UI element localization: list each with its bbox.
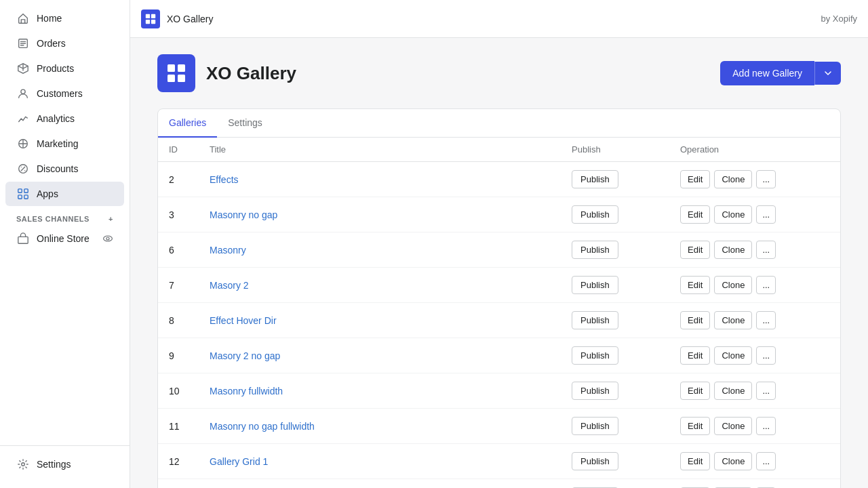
more-button[interactable]: ... <box>756 452 776 470</box>
cell-id: 10 <box>169 386 210 396</box>
page-header-left: XO Gallery <box>157 54 296 92</box>
cell-id: 12 <box>169 456 210 467</box>
edit-button[interactable]: Edit <box>680 417 710 435</box>
more-button[interactable]: ... <box>756 276 776 294</box>
clone-button[interactable]: Clone <box>714 311 752 329</box>
publish-button[interactable]: Publish <box>572 276 618 294</box>
sidebar-item-home[interactable]: Home <box>5 6 124 30</box>
gallery-link[interactable]: Masonry fullwidth <box>210 386 283 396</box>
edit-button[interactable]: Edit <box>680 205 710 224</box>
more-button[interactable]: ... <box>756 382 776 400</box>
settings-icon <box>16 458 30 471</box>
sidebar-item-marketing[interactable]: Marketing <box>5 131 124 156</box>
sidebar-item-analytics[interactable]: Analytics <box>5 106 124 131</box>
edit-button[interactable]: Edit <box>680 311 710 329</box>
cell-operations: Edit Clone ... <box>680 311 829 329</box>
clone-button[interactable]: Clone <box>714 241 752 259</box>
publish-button[interactable]: Publish <box>572 382 618 400</box>
cell-publish: Publish <box>572 241 680 259</box>
cell-title: Masory 2 <box>210 280 572 291</box>
sidebar-item-orders[interactable]: Orders <box>5 31 124 56</box>
edit-button[interactable]: Edit <box>680 382 710 400</box>
more-button[interactable]: ... <box>756 170 776 188</box>
cell-title: Effect Hover Dir <box>210 315 572 326</box>
gallery-link[interactable]: Masory 2 no gap <box>210 350 280 361</box>
gallery-link[interactable]: Effect Hover Dir <box>210 315 277 326</box>
more-button[interactable]: ... <box>756 311 776 329</box>
col-operation: Operation <box>680 144 829 155</box>
clone-button[interactable]: Clone <box>714 205 752 224</box>
gallery-link[interactable]: Effects <box>210 174 239 185</box>
tab-galleries[interactable]: Galleries <box>158 109 217 138</box>
gallery-link[interactable]: Masonry no gap fullwidth <box>210 421 315 432</box>
publish-button[interactable]: Publish <box>572 241 618 259</box>
sidebar-item-products[interactable]: Products <box>5 56 124 81</box>
col-title: Title <box>210 144 572 155</box>
edit-button[interactable]: Edit <box>680 276 710 294</box>
gallery-link[interactable]: Masory 2 <box>210 280 249 291</box>
cell-operations: Edit Clone ... <box>680 382 829 400</box>
customers-icon <box>16 87 30 100</box>
sidebar-item-settings[interactable]: Settings <box>5 452 124 476</box>
publish-button[interactable]: Publish <box>572 452 618 470</box>
add-new-gallery-button[interactable]: Add new Gallery <box>720 61 814 85</box>
svg-rect-12 <box>146 14 150 18</box>
cell-title: Masonry <box>210 245 572 256</box>
svg-rect-14 <box>146 19 150 23</box>
discounts-icon <box>16 162 30 176</box>
table-row: 3 Masonry no gap Publish Edit Clone ... <box>158 197 840 232</box>
publish-button[interactable]: Publish <box>572 170 618 188</box>
publish-button[interactable]: Publish <box>572 417 618 435</box>
table-row: 8 Effect Hover Dir Publish Edit Clone ..… <box>158 303 840 338</box>
tab-settings[interactable]: Settings <box>217 109 273 138</box>
cell-publish: Publish <box>572 205 680 224</box>
publish-button[interactable]: Publish <box>572 311 618 329</box>
main-content: XO Gallery by Xopify XO Gallery Add new … <box>130 0 868 488</box>
edit-button[interactable]: Edit <box>680 241 710 259</box>
gallery-link[interactable]: Gallery Grid 1 <box>210 456 268 467</box>
svg-rect-4 <box>18 189 22 192</box>
gallery-link[interactable]: Masonry no gap <box>210 209 277 220</box>
more-button[interactable]: ... <box>756 241 776 259</box>
eye-icon[interactable] <box>102 233 113 244</box>
gallery-link[interactable]: Masonry <box>210 245 246 256</box>
clone-button[interactable]: Clone <box>714 452 752 470</box>
cell-publish: Publish <box>572 170 680 188</box>
svg-rect-8 <box>18 237 28 243</box>
edit-button[interactable]: Edit <box>680 170 710 188</box>
edit-button[interactable]: Edit <box>680 452 710 470</box>
cell-operations: Edit Clone ... <box>680 205 829 224</box>
sidebar-label-customers: Customers <box>37 88 83 99</box>
cell-operations: Edit Clone ... <box>680 346 829 365</box>
clone-button[interactable]: Clone <box>714 346 752 365</box>
analytics-icon <box>16 112 30 125</box>
sidebar-item-apps[interactable]: Apps <box>5 182 124 206</box>
add-sales-channel-icon[interactable]: + <box>108 215 113 223</box>
svg-rect-13 <box>151 14 155 18</box>
cell-id: 11 <box>169 421 210 432</box>
edit-button[interactable]: Edit <box>680 346 710 365</box>
publish-button[interactable]: Publish <box>572 346 618 365</box>
cell-operations: Edit Clone ... <box>680 452 829 470</box>
sidebar-item-online-store[interactable]: Online Store <box>5 226 124 251</box>
clone-button[interactable]: Clone <box>714 417 752 435</box>
more-button[interactable]: ... <box>756 417 776 435</box>
clone-button[interactable]: Clone <box>714 382 752 400</box>
sidebar-label-analytics: Analytics <box>37 113 75 124</box>
sidebar-item-discounts[interactable]: Discounts <box>5 157 124 181</box>
publish-button[interactable]: Publish <box>572 205 618 224</box>
more-button[interactable]: ... <box>756 205 776 224</box>
sidebar-item-customers[interactable]: Customers <box>5 81 124 106</box>
topbar-app-name: XO Gallery <box>167 14 213 24</box>
add-gallery-dropdown-button[interactable] <box>814 62 841 85</box>
col-id: ID <box>169 144 210 155</box>
sidebar-nav: Home Orders Products Customers Analytics… <box>0 0 130 445</box>
clone-button[interactable]: Clone <box>714 170 752 188</box>
clone-button[interactable]: Clone <box>714 276 752 294</box>
table-row: 7 Masory 2 Publish Edit Clone ... <box>158 268 840 303</box>
table-row: 13 Masonry 3 Publish Edit Clone ... <box>158 479 840 488</box>
cell-id: 6 <box>169 245 210 256</box>
page-logo-icon <box>157 54 195 92</box>
page-title: XO Gallery <box>206 63 296 84</box>
more-button[interactable]: ... <box>756 346 776 365</box>
